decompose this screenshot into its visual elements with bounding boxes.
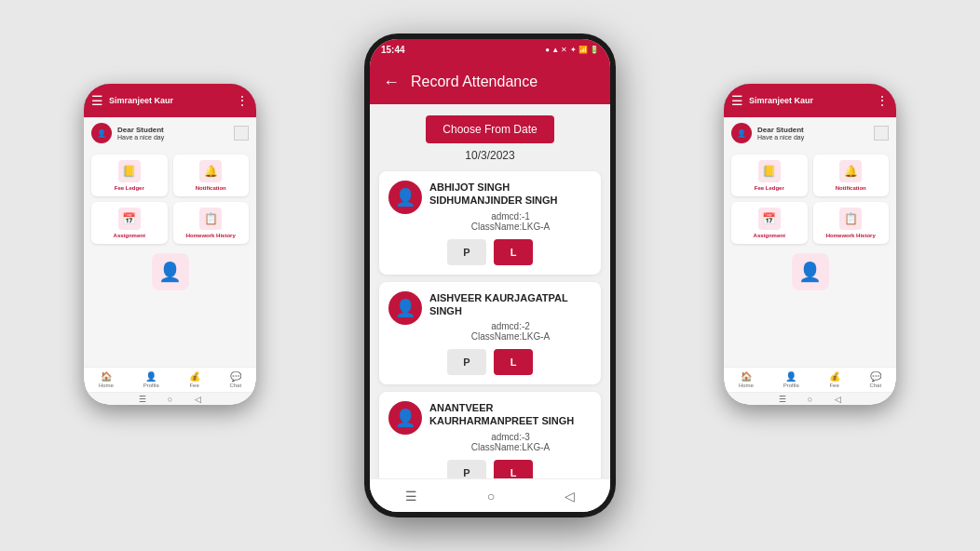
leave-btn-3[interactable]: L [494,460,533,478]
profile-sub-left: Have a nice day [117,134,164,141]
present-btn-2[interactable]: P [447,349,486,375]
student-card-1: 👤 ABHIJOT SINGH SIDHUMANJINDER SINGH adm… [379,171,601,275]
left-phone-mockup: ☰ Simranjeet Kaur ⋮ 👤 Dear Student Have … [84,84,256,405]
profile-avatar-right: 👤 [731,123,752,143]
qr-code-right [874,126,889,141]
student-class-1: ClassName:LKG-A [429,222,592,232]
menu-grid-top-right: 📒 Fee Ledger 🔔 Notification [724,149,896,202]
attendance-btns-2: P L [388,349,592,375]
status-icons: ● ▲ ✕ ✦ 📶 🔋 [545,46,599,54]
student-name-1: ABHIJOT SINGH SIDHUMANJINDER SINGH [429,181,592,208]
bottom-nav-left: 🏠 Home 👤 Profile 💰 Fee 💬 Chat [84,367,256,392]
side-phone-header-left: ☰ Simranjeet Kaur ⋮ [84,84,256,117]
student-name-2: AISHVEER KAURJAGATPAL SINGH [429,291,592,318]
student-class-3: ClassName:LKG-A [429,442,592,452]
selected-date: 10/3/2023 [465,149,514,162]
student-class-2: ClassName:LKG-A [429,331,592,342]
system-nav-right: ☰ ○ ◁ [724,392,896,405]
qr-code-left [234,126,249,141]
student-name-3: ANANTVEER KAURHARMANPREET SINGH [429,401,592,428]
right-phone-mockup: ☰ Simranjeet Kaur ⋮ 👤 Dear Student Have … [724,84,896,405]
content-area: Choose From Date 10/3/2023 👤 ABHIJOT SIN… [370,104,610,478]
homework-item-right: 📋 Homework History [813,202,890,244]
menu-grid-top-left: 📒 Fee Ledger 🔔 Notification [84,149,256,202]
profile-name-right: Dear Student [757,126,804,134]
fee-ledger-item-right: 📒 Fee Ledger [731,155,808,196]
side-phone-title-right: Simranjeet Kaur [749,96,870,105]
leave-btn-2[interactable]: L [494,349,533,375]
student-admcd-3: admcd:-3 [429,432,592,442]
hamburger-icon-right: ☰ [731,93,743,108]
assignment-item-left: 📅 Assignment [91,202,168,244]
student-avatar-2: 👤 [388,291,422,325]
side-phone-profile-right: 👤 Dear Student Have a nice day [724,117,896,149]
page-title: Record Attendance [411,74,538,90]
hamburger-icon-left: ☰ [91,93,103,108]
profile-name-left: Dear Student [117,126,164,134]
more-dots-left: ⋮ [236,93,249,108]
assignment-item-right: 📅 Assignment [731,202,808,244]
nav-home-icon[interactable]: ○ [487,489,495,504]
homework-item-left: 📋 Homework History [173,202,250,244]
menu-grid-bottom-left: 📅 Assignment 📋 Homework History [84,202,256,249]
side-phone-header-right: ☰ Simranjeet Kaur ⋮ [724,84,896,117]
profile-large-icon-right: 👤 [792,253,829,290]
nav-menu-icon[interactable]: ☰ [405,489,417,504]
student-card-2: 👤 AISHVEER KAURJAGATPAL SINGH admcd:-2 C… [379,282,601,385]
status-bar: 15:44 ● ▲ ✕ ✦ 📶 🔋 [370,39,610,60]
choose-date-button[interactable]: Choose From Date [426,115,553,143]
notification-item-right: 🔔 Notification [813,155,890,196]
leave-btn-1[interactable]: L [494,239,533,265]
notification-item-left: 🔔 Notification [173,155,250,196]
student-avatar-3: 👤 [388,401,422,435]
app-header: ← Record Attendance [370,60,610,104]
attendance-btns-3: P L [388,460,592,478]
bottom-nav-right: 🏠 Home 👤 Profile 💰 Fee 💬 Chat [724,367,896,392]
present-btn-1[interactable]: P [447,239,486,265]
student-avatar-1: 👤 [388,181,422,214]
time-display: 15:44 [381,45,405,55]
student-card-3: 👤 ANANTVEER KAURHARMANPREET SINGH admcd:… [379,392,601,478]
side-phone-title-left: Simranjeet Kaur [109,96,230,105]
present-btn-3[interactable]: P [447,460,486,478]
side-phone-profile-left: 👤 Dear Student Have a nice day [84,117,256,149]
profile-sub-right: Have a nice day [757,134,804,141]
profile-avatar-left: 👤 [91,123,112,143]
fee-ledger-item-left: 📒 Fee Ledger [91,155,168,196]
back-button[interactable]: ← [383,73,400,92]
menu-grid-bottom-right: 📅 Assignment 📋 Homework History [724,202,896,249]
student-admcd-1: admcd:-1 [429,211,592,222]
attendance-btns-1: P L [388,239,592,265]
more-dots-right: ⋮ [876,93,889,108]
student-admcd-2: admcd:-2 [429,321,592,331]
nav-back-icon[interactable]: ◁ [565,489,575,504]
main-phone: 15:44 ● ▲ ✕ ✦ 📶 🔋 ← Record Attendance Ch… [364,34,616,517]
system-nav-left: ☰ ○ ◁ [84,392,256,405]
bottom-navigation: ☰ ○ ◁ [370,478,610,512]
profile-large-icon-left: 👤 [152,253,189,290]
